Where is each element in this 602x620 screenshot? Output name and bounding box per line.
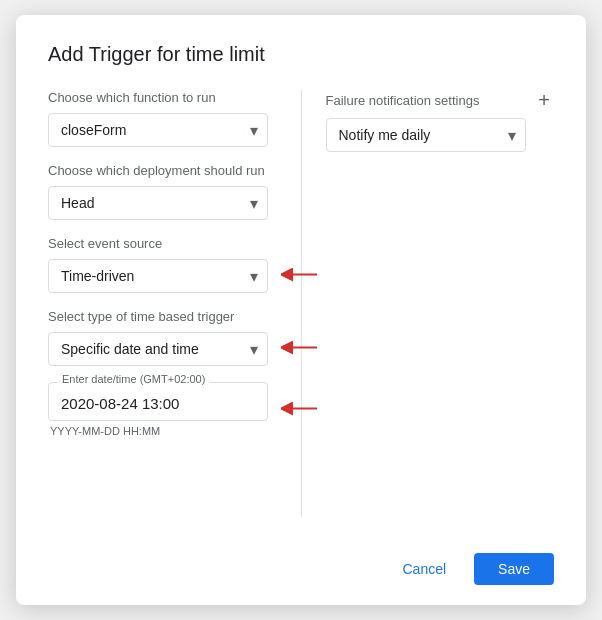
right-column: Failure notification settings + Notify m… [302, 90, 555, 517]
deployment-select-wrapper: Head Production Staging ▾ [48, 186, 268, 220]
notify-select[interactable]: Notify me daily Notify me immediately No… [326, 118, 526, 152]
trigger-type-select[interactable]: Specific date and time Minutes timer Hou… [48, 332, 268, 366]
dialog-body: Choose which function to run closeForm m… [48, 90, 554, 517]
dialog-title: Add Trigger for time limit [48, 43, 554, 66]
event-source-field-row: Time-driven From spreadsheet From form ▾ [48, 259, 277, 293]
event-source-label: Select event source [48, 236, 277, 251]
function-select-wrapper: closeForm myFunction onOpen ▾ [48, 113, 268, 147]
dialog-footer: Cancel Save [48, 545, 554, 585]
trigger-type-select-wrapper: Specific date and time Minutes timer Hou… [48, 332, 268, 366]
trigger-type-label: Select type of time based trigger [48, 309, 277, 324]
deployment-label: Choose which deployment should run [48, 163, 277, 178]
notify-select-wrapper: Notify me daily Notify me immediately No… [326, 118, 526, 152]
failure-notification-label: Failure notification settings [326, 93, 480, 108]
datetime-field-wrapper: Enter date/time (GMT+02:00) [48, 382, 268, 421]
left-column: Choose which function to run closeForm m… [48, 90, 302, 517]
save-button[interactable]: Save [474, 553, 554, 585]
add-trigger-dialog: Add Trigger for time limit Choose which … [16, 15, 586, 605]
event-source-select-wrapper: Time-driven From spreadsheet From form ▾ [48, 259, 268, 293]
datetime-container: Enter date/time (GMT+02:00) YYYY-MM-D [48, 382, 277, 437]
event-source-select[interactable]: Time-driven From spreadsheet From form [48, 259, 268, 293]
datetime-input[interactable] [48, 382, 268, 421]
function-select[interactable]: closeForm myFunction onOpen [48, 113, 268, 147]
deployment-field-row: Head Production Staging ▾ [48, 186, 277, 220]
datetime-red-arrow-icon [281, 398, 321, 421]
function-label: Choose which function to run [48, 90, 277, 105]
add-failure-notification-button[interactable]: + [534, 90, 554, 110]
cancel-button[interactable]: Cancel [386, 553, 462, 585]
datetime-floating-label: Enter date/time (GMT+02:00) [58, 373, 209, 385]
deployment-select[interactable]: Head Production Staging [48, 186, 268, 220]
function-field-row: closeForm myFunction onOpen ▾ [48, 113, 277, 147]
failure-notification-header: Failure notification settings + [326, 90, 555, 110]
datetime-hint: YYYY-MM-DD HH:MM [50, 425, 277, 437]
trigger-type-field-row: Specific date and time Minutes timer Hou… [48, 332, 277, 366]
